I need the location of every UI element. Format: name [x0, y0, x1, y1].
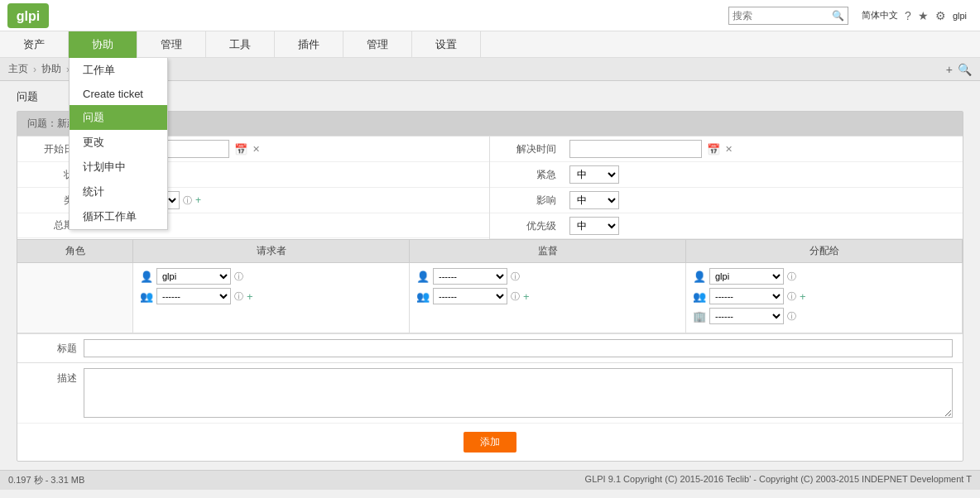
nav-manage[interactable]: 管理 — [137, 31, 206, 58]
nav-assist[interactable]: 协助 工作单 Create ticket 问题 更改 计划申中 统计 循环工作单 — [69, 31, 137, 58]
req-group-icon: 👥 — [140, 290, 153, 303]
gear-icon[interactable]: ⚙ — [935, 9, 946, 22]
resolve-clear-icon[interactable]: ✕ — [725, 144, 733, 155]
priority-select[interactable]: 中 — [569, 217, 619, 235]
impact-label: 影响 — [490, 194, 564, 208]
assign-group-info-icon: ⓘ — [787, 290, 796, 303]
assign-supplier-select[interactable]: ------ — [709, 308, 784, 324]
supervisor-col: 👤 ------ ⓘ 👥 ------ ⓘ + — [410, 263, 686, 333]
top-icons: 简体中文 ? ★ ⚙ glpi — [855, 9, 973, 22]
sup-user-info-icon: ⓘ — [511, 271, 520, 283]
dropdown-recurrent[interactable]: 循环工作单 — [70, 204, 167, 229]
resolve-time-row: 解决时间 📅 ✕ — [490, 136, 963, 162]
resolve-time-input[interactable] — [569, 140, 702, 158]
req-user-row: 👤 glpi ⓘ — [140, 268, 402, 285]
search-icon[interactable]: 🔍 — [832, 10, 844, 22]
sup-user-select[interactable]: ------ — [433, 268, 507, 285]
assign-user-icon: 👤 — [693, 271, 706, 283]
urgency-row: 紧急 中 — [490, 162, 963, 188]
dropdown-create-ticket[interactable]: Create ticket — [70, 83, 167, 105]
breadcrumb-actions: + 🔍 — [946, 63, 972, 76]
roles-assign-header: 分配给 — [686, 240, 963, 262]
req-user-select[interactable]: glpi — [156, 268, 231, 285]
type-add-icon[interactable]: + — [195, 194, 201, 206]
sup-group-select[interactable]: ------ — [433, 288, 507, 304]
page-footer: 0.197 秒 - 3.31 MB GLPI 9.1 Copyright (C)… — [0, 470, 980, 490]
search-input[interactable] — [733, 10, 832, 22]
assign-supplier-row: 🏢 ------ ⓘ — [693, 308, 955, 324]
tag-input[interactable] — [84, 339, 953, 357]
add-icon[interactable]: + — [946, 63, 953, 76]
assign-user-select[interactable]: glpi — [709, 268, 784, 285]
breadcrumb-sep-1: › — [33, 64, 36, 75]
desc-row: 描述 — [17, 362, 963, 423]
tag-row: 标题 — [17, 333, 963, 362]
roles-body: 👤 glpi ⓘ 👥 ------ ⓘ + — [17, 263, 963, 333]
resolve-time-label: 解决时间 — [490, 142, 564, 156]
dropdown-problem[interactable]: 问题 — [70, 105, 167, 130]
nav-tools[interactable]: 工具 — [206, 31, 275, 58]
nav-plugins[interactable]: 插件 — [275, 31, 343, 58]
sup-group-add-btn[interactable]: + — [523, 290, 530, 303]
assist-dropdown: 工作单 Create ticket 问题 更改 计划申中 统计 循环工作单 — [69, 58, 168, 230]
desc-textarea[interactable] — [84, 368, 953, 418]
urgency-select[interactable]: 中 — [569, 165, 619, 184]
req-group-add-btn[interactable]: + — [247, 290, 253, 303]
assign-user-info-icon: ⓘ — [787, 271, 796, 283]
priority-label: 优先级 — [490, 219, 564, 233]
breadcrumb-home[interactable]: 主页 — [8, 62, 28, 76]
sup-user-icon: 👤 — [416, 271, 430, 283]
dropdown-change[interactable]: 更改 — [70, 130, 167, 155]
assign-supplier-icon: 🏢 — [693, 310, 706, 323]
priority-row: 优先级 中 — [490, 213, 963, 239]
roles-label-cell — [17, 263, 133, 333]
form-right: 解决时间 📅 ✕ 紧急 中 — [490, 136, 963, 239]
nav-settings[interactable]: 设置 — [412, 31, 481, 58]
sup-group-info-icon: ⓘ — [511, 290, 520, 303]
priority-value: 中 — [564, 217, 963, 235]
roles-header: 角色 请求者 监督 分配给 — [17, 239, 963, 263]
impact-value: 中 — [564, 191, 963, 209]
star-icon[interactable]: ★ — [918, 9, 929, 22]
req-user-icon: 👤 — [140, 271, 153, 283]
user-label[interactable]: glpi — [953, 11, 967, 21]
breadcrumb-assist[interactable]: 协助 — [41, 62, 61, 76]
assign-supplier-info-icon: ⓘ — [787, 310, 796, 323]
svg-text:glpi: glpi — [17, 9, 40, 23]
dropdown-ticket[interactable]: 工作单 — [70, 58, 167, 83]
assign-group-select[interactable]: ------ — [709, 288, 784, 304]
assign-group-add-btn[interactable]: + — [800, 290, 806, 303]
resolve-calendar-icon[interactable]: 📅 — [707, 143, 720, 156]
urgency-value: 中 — [564, 165, 963, 184]
footer-right: GLPI 9.1 Copyright (C) 2015-2016 Teclib'… — [585, 474, 972, 486]
start-date-calendar-icon[interactable]: 📅 — [234, 143, 247, 156]
urgency-label: 紧急 — [490, 168, 564, 182]
requester-col: 👤 glpi ⓘ 👥 ------ ⓘ + — [133, 263, 410, 333]
breadcrumb-search-icon[interactable]: 🔍 — [958, 63, 972, 76]
tag-label: 标题 — [27, 342, 77, 356]
form-footer: 添加 — [17, 423, 963, 461]
top-bar: glpi 🔍 简体中文 ? ★ ⚙ glpi — [0, 0, 980, 31]
roles-label-header: 角色 — [17, 240, 133, 262]
desc-label: 描述 — [27, 371, 77, 385]
roles-supervisor-header: 监督 — [410, 240, 686, 262]
help-icon[interactable]: ? — [905, 9, 911, 22]
sup-group-row: 👥 ------ ⓘ + — [416, 288, 679, 304]
lang-label[interactable]: 简体中文 — [862, 9, 898, 22]
nav-assets[interactable]: 资产 — [0, 31, 69, 58]
start-date-clear-icon[interactable]: ✕ — [252, 144, 260, 155]
type-info-icon: ⓘ — [183, 194, 192, 207]
impact-row: 影响 中 — [490, 188, 963, 213]
sup-group-icon: 👥 — [416, 290, 430, 303]
dropdown-stats[interactable]: 统计 — [70, 180, 167, 204]
nav-manage2[interactable]: 管理 — [343, 31, 412, 58]
submit-button[interactable]: 添加 — [464, 432, 516, 453]
req-user-info-icon: ⓘ — [234, 271, 243, 283]
logo-area: glpi — [7, 2, 58, 29]
impact-select[interactable]: 中 — [569, 191, 619, 209]
search-area: 🔍 简体中文 ? ★ ⚙ glpi — [728, 7, 973, 25]
dropdown-planning[interactable]: 计划申中 — [70, 155, 167, 180]
assign-group-row: 👥 ------ ⓘ + — [693, 288, 955, 304]
main-nav: 资产 协助 工作单 Create ticket 问题 更改 计划申中 统计 循环… — [0, 31, 980, 58]
req-group-select[interactable]: ------ — [156, 288, 231, 304]
